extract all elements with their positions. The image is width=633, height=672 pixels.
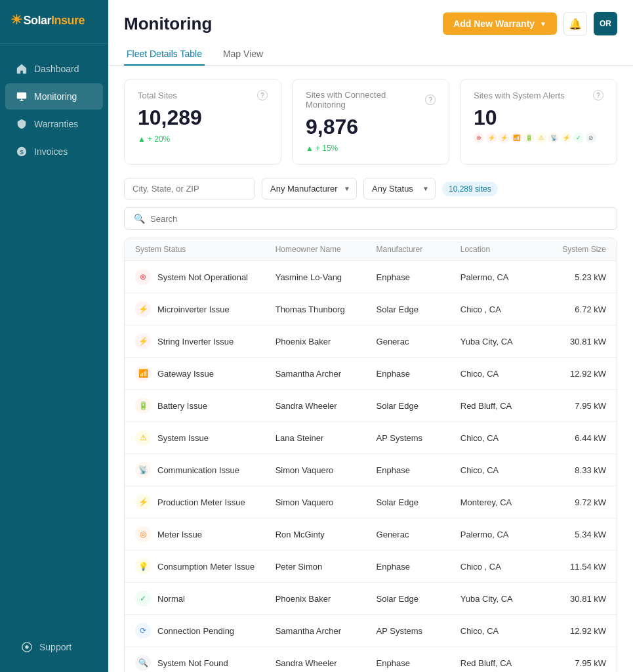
search-row: 🔍 (108, 207, 633, 238)
sidebar-item-monitoring[interactable]: Monitoring (5, 83, 103, 110)
table-row[interactable]: 🔋 Battery Issue Sandra Wheeler Solar Edg… (125, 390, 617, 422)
status-text: Communication Issue (157, 465, 239, 475)
main-content: Monitoring Add New Warranty ▼ 🔔 OR Fleet… (108, 0, 633, 672)
homeowner-name: Simon Vaquero (276, 465, 377, 475)
system-alerts-help[interactable]: ? (593, 90, 603, 100)
system-size: 5.23 kW (550, 272, 606, 282)
support-section: Support (0, 622, 108, 672)
search-input[interactable] (150, 214, 607, 224)
homeowner-name: Simon Vaquero (276, 497, 377, 507)
home-icon (16, 63, 28, 75)
table-row[interactable]: ◎ Meter Issue Ron McGinty Generac Palerm… (125, 518, 617, 551)
total-sites-help[interactable]: ? (257, 90, 268, 100)
manufacturer: Solar Edge (377, 401, 460, 411)
status-icon: ⚠ (135, 430, 151, 446)
status-select-wrapper: Any Status Operational Warning Critical … (363, 178, 436, 200)
table-row[interactable]: ⚡ Production Meter Issue Simon Vaquero S… (125, 486, 617, 518)
table-row[interactable]: ⊗ System Not Operational Yasmine Lo-Vang… (125, 261, 617, 293)
homeowner-name: Lana Steiner (276, 433, 377, 443)
table-wrapper: System Status Homeowner Name Manufacture… (124, 238, 617, 672)
connected-monitoring-value: 9,876 (306, 115, 436, 139)
alert-icon-red3: ⚡ (499, 133, 509, 143)
location: Red Bluff, CA (460, 658, 550, 668)
table-container: System Status Homeowner Name Manufacture… (108, 238, 633, 672)
status-text: System Not Operational (157, 272, 248, 282)
table-row[interactable]: 🔍 System Not Found Sandra Wheeler Enphas… (125, 647, 617, 672)
manufacturer: Solar Edge (377, 304, 460, 314)
sidebar-label-invoices: Invoices (34, 146, 68, 157)
status-cell: 📡 Communication Issue (135, 462, 276, 478)
table-row[interactable]: ✓ Normal Phoenix Baker Solar Edge Yuba C… (125, 583, 617, 615)
alert-icon-green: ✓ (573, 133, 584, 143)
system-size: 30.81 kW (550, 594, 606, 604)
tab-map-view[interactable]: Map View (220, 43, 266, 66)
status-text: String Inverter Issue (157, 337, 234, 346)
sidebar-label-monitoring: Monitoring (34, 91, 77, 102)
status-cell: ⚠ System Issue (135, 430, 276, 446)
homeowner-name: Samantha Archer (276, 626, 377, 636)
manufacturer-select[interactable]: Any Manufacturer Enphase Solar Edge Gene… (262, 178, 357, 200)
bell-icon: 🔔 (569, 18, 582, 30)
status-icon: ✓ (135, 591, 151, 606)
sidebar-label-warranties: Warranties (34, 119, 78, 129)
manufacturer: Solar Edge (377, 497, 460, 507)
sidebar-item-support[interactable]: Support (10, 634, 98, 660)
shield-icon (16, 118, 28, 130)
tab-fleet-details[interactable]: Fleet Details Table (124, 43, 205, 66)
total-sites-value: 10,289 (138, 106, 268, 130)
system-size: 8.33 kW (550, 465, 606, 475)
table-row[interactable]: ⚡ Microinverter Issue Thomas Thunborg So… (125, 293, 617, 326)
manufacturer-select-wrapper: Any Manufacturer Enphase Solar Edge Gene… (262, 178, 357, 200)
dollar-icon: $ (16, 146, 28, 158)
homeowner-name: Peter Simon (276, 562, 377, 572)
col-system-status: System Status (135, 245, 276, 254)
location: Chico, CA (460, 465, 550, 475)
avatar-button[interactable]: OR (594, 12, 617, 35)
status-icon: 🔍 (135, 655, 151, 671)
alert-icon-orange1: 🔋 (523, 133, 534, 143)
system-size: 7.95 kW (550, 401, 606, 411)
table-row[interactable]: 📡 Communication Issue Simon Vaquero Enph… (125, 454, 617, 486)
alert-icon-orange2: 📡 (548, 133, 559, 143)
sidebar-item-invoices[interactable]: $ Invoices (5, 138, 103, 165)
homeowner-name: Phoenix Baker (276, 594, 377, 604)
table-row[interactable]: 💡 Consumption Meter Issue Peter Simon En… (125, 551, 617, 583)
page-header: Monitoring Add New Warranty ▼ 🔔 OR (108, 0, 633, 35)
status-text: Gateway Issue (157, 369, 214, 379)
status-cell: ⟳ Connection Pending (135, 623, 276, 639)
status-icon: 💡 (135, 558, 151, 574)
connected-monitoring-help[interactable]: ? (425, 94, 436, 105)
table-row[interactable]: ⚡ String Inverter Issue Phoenix Baker Ge… (125, 326, 617, 358)
status-text: Production Meter Issue (157, 497, 245, 507)
status-text: Battery Issue (157, 401, 207, 411)
col-system-size: System Size (550, 245, 606, 254)
sidebar-item-warranties[interactable]: Warranties (5, 111, 103, 137)
manufacturer: Generac (377, 530, 460, 539)
system-size: 5.34 kW (550, 530, 606, 539)
status-select[interactable]: Any Status Operational Warning Critical (363, 178, 436, 200)
table-row[interactable]: 📶 Gateway Issue Samantha Archer Enphase … (125, 358, 617, 390)
status-icon: ⊗ (135, 269, 151, 285)
monitoring-icon (16, 91, 28, 102)
total-sites-badge: ▲ + 20% (138, 135, 170, 144)
homeowner-name: Thomas Thunborg (276, 304, 377, 314)
status-text: System Not Found (157, 658, 228, 668)
support-icon (21, 641, 33, 653)
sidebar-item-dashboard[interactable]: Dashboard (5, 56, 103, 82)
location: Chico, CA (460, 433, 550, 443)
add-warranty-button[interactable]: Add New Warranty ▼ (443, 12, 557, 35)
location-filter[interactable] (124, 178, 255, 200)
table-row[interactable]: ⟳ Connection Pending Samantha Archer AP … (125, 615, 617, 647)
svg-point-4 (25, 645, 28, 648)
sidebar-nav: Dashboard Monitoring Warranties $ Invoic… (0, 44, 108, 622)
page-title: Monitoring (124, 14, 212, 34)
location: Chico, CA (460, 626, 550, 636)
table-row[interactable]: ⚠ System Issue Lana Steiner AP Systems C… (125, 422, 617, 454)
stat-system-alerts: Sites with System Alerts ? 10 ⊗ ⚡ ⚡ 📶 🔋 … (460, 79, 617, 165)
stat-connected-monitoring: Sites with Connected Monitoring ? 9,876 … (292, 79, 449, 165)
status-text: Meter Issue (157, 530, 202, 539)
location: Chico, CA (460, 369, 550, 379)
homeowner-name: Ron McGinty (276, 530, 377, 539)
homeowner-name: Sandra Wheeler (276, 658, 377, 668)
notifications-button[interactable]: 🔔 (563, 12, 587, 35)
